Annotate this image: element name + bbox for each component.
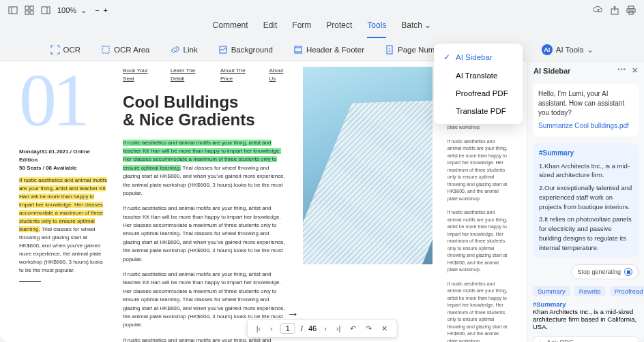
zoom-value[interactable]: 100% (57, 6, 76, 14)
edition-meta: Monday/31.01.2021./ Online Edition 50 Se… (19, 148, 108, 172)
svg-rect-5 (30, 11, 33, 14)
pager-next[interactable]: › (322, 324, 329, 332)
pager-close[interactable]: ✕ (379, 324, 390, 333)
tab-summary[interactable]: Summary (533, 286, 570, 296)
right-para-2: If rustic aesthetics and animal motifs a… (448, 138, 508, 203)
nav-learn-detail[interactable]: Learn The Detail (171, 67, 204, 84)
zoom-control: 100% ⌄ − + (57, 6, 108, 15)
doc-image-column (303, 67, 433, 315)
ai-result-tabs: Summary Rewrite Proofread ⋮ (527, 283, 644, 299)
summary-item-1: 1.Khan Architects Inc., is a mid-sized a… (539, 161, 632, 181)
chevron-down-icon: ⌄ (424, 20, 431, 33)
pager-rotate-cw-icon[interactable]: ↷ (364, 324, 374, 333)
menu-comment[interactable]: Comment (213, 20, 248, 38)
pager-first[interactable]: |‹ (254, 324, 263, 332)
ai-tools-dropdown: ✓AI Sidebar AI Translate Proofread PDF T… (434, 44, 523, 124)
main-area: 01 Monday/31.01.2021./ Online Edition 50… (0, 61, 644, 342)
svg-rect-12 (102, 46, 109, 53)
zoom-out-button[interactable]: − (95, 6, 99, 14)
panel-right-icon[interactable] (41, 5, 50, 15)
result-text: Khan Architects Inc., is a mid-sized arc… (533, 308, 639, 330)
ai-badge-icon: AI (542, 44, 553, 55)
chevron-down-icon[interactable]: ⌄ (80, 6, 87, 15)
summary-box: #Summary 1.Khan Architects Inc., is a mi… (533, 143, 639, 258)
tab-proofread[interactable]: Proofread (610, 286, 644, 296)
share-icon[interactable] (610, 5, 619, 15)
ai-sidebar: AI Sidebar ••• ✕ Hello, I'm Lumi, your A… (527, 61, 644, 342)
zoom-in-button[interactable]: + (104, 6, 108, 14)
link-icon (171, 45, 180, 55)
ai-greeting-bubble: Hello, I'm Lumi, your AI assistant. How … (533, 84, 639, 136)
chevron-down-icon: ⌄ (587, 45, 594, 55)
svg-text:1: 1 (388, 48, 391, 52)
mid-para-2: If rustic aesthetics and animal motifs a… (123, 204, 288, 264)
pager-rotate-ccw-icon[interactable]: ↶ (348, 324, 358, 333)
stop-generating-button[interactable]: Stop generating (571, 264, 639, 279)
sidebar-more-icon[interactable]: ••• (618, 66, 626, 75)
nav-book-seat[interactable]: Book Your Seat (123, 67, 154, 84)
tool-background[interactable]: Background (214, 42, 277, 57)
sidebar-title: AI Sidebar (533, 67, 570, 75)
summarize-link[interactable]: Summarize Cool bulldings.pdf (538, 121, 633, 131)
ocr-icon (50, 45, 60, 55)
ask-pdf-row: ⎆ ➤ (533, 336, 639, 342)
summary-item-3: 3.It relies on photovoltaic panels for e… (539, 215, 632, 252)
building-image (303, 67, 433, 264)
attach-icon[interactable]: ⎆ (538, 339, 542, 342)
sidebar-header: AI Sidebar ••• ✕ (527, 61, 644, 80)
right-para-3: If rustic aesthetics and animal motifs a… (448, 209, 508, 274)
pager-last[interactable]: ›| (334, 324, 343, 332)
right-para-4: If rustic aesthetics and animal motifs a… (448, 281, 508, 343)
tool-ai-tools[interactable]: AIAI Tools⌄ (538, 42, 598, 58)
tab-rewrite[interactable]: Rewrite (574, 286, 606, 296)
menu-tools[interactable]: Tools (367, 20, 386, 38)
grid-view-icon[interactable] (25, 5, 34, 15)
ask-pdf-input[interactable] (546, 339, 633, 342)
svg-rect-0 (9, 7, 17, 14)
page-navigator: |‹ ‹ / 46 › ›| ↶ ↷ ✕ (247, 319, 398, 338)
menu-edit[interactable]: Edit (263, 20, 278, 38)
tool-link[interactable]: Link (166, 42, 202, 57)
header-footer-icon (293, 45, 303, 55)
svg-rect-2 (25, 6, 29, 10)
result-block: #Summary Khan Architects Inc., is a mid-… (533, 300, 639, 330)
window-topbar: 100% ⌄ − + (0, 0, 644, 20)
svg-rect-4 (25, 11, 29, 14)
send-icon[interactable]: ➤ (637, 339, 643, 342)
ai-menu-proofread[interactable]: Proofread PDF (434, 84, 523, 102)
highlight-yellow: If rustic aesthetics and animal motifs a… (19, 177, 107, 232)
pager-separator: / (301, 324, 303, 332)
sidebar-toggle-icon[interactable] (8, 5, 18, 15)
divider-dash (19, 281, 41, 282)
tool-ocr-area[interactable]: OCR Area (97, 42, 153, 57)
main-menubar: Comment Edit Form Protect Tools Batch ⌄ (0, 20, 644, 38)
ai-menu-sidebar[interactable]: ✓AI Sidebar (434, 48, 523, 67)
mid-para-1: If rustic aesthetics and animal motifs a… (123, 139, 288, 198)
svg-rect-3 (30, 6, 33, 10)
tool-header-footer[interactable]: Header & Footer (289, 42, 368, 57)
doc-middle-column: Book Your Seat Learn The Detail About Th… (123, 67, 288, 315)
summary-item-2: 2.Our exceptionally talented and experie… (539, 183, 632, 211)
nav-about-us[interactable]: About Us (269, 67, 287, 84)
print-icon[interactable] (626, 5, 636, 15)
menu-protect[interactable]: Protect (326, 20, 352, 38)
sidebar-close-icon[interactable]: ✕ (632, 66, 638, 75)
tools-toolbar: OCR OCR Area Link Background Header & Fo… (0, 38, 644, 61)
background-icon (218, 45, 228, 55)
pager-current-input[interactable] (280, 323, 295, 334)
left-paragraph: If rustic aesthetics and animal motifs a… (19, 176, 108, 275)
menu-form[interactable]: Form (292, 20, 311, 38)
ai-menu-translate-pdf[interactable]: Translate PDF (434, 102, 523, 120)
tool-ocr[interactable]: OCR (46, 42, 85, 57)
cloud-upload-icon[interactable] (594, 5, 603, 15)
svg-rect-9 (628, 6, 634, 9)
doc-left-column: 01 Monday/31.01.2021./ Online Edition 50… (19, 67, 108, 315)
svg-rect-6 (42, 7, 50, 14)
nav-about-price[interactable]: About The Price (220, 67, 253, 84)
ocr-area-icon (101, 45, 111, 55)
pager-prev[interactable]: ‹ (268, 324, 275, 332)
pager-total: 46 (308, 324, 317, 332)
page-number-icon: 1 (385, 45, 394, 55)
menu-batch[interactable]: Batch ⌄ (401, 20, 431, 38)
ai-menu-translate[interactable]: AI Translate (434, 67, 523, 84)
